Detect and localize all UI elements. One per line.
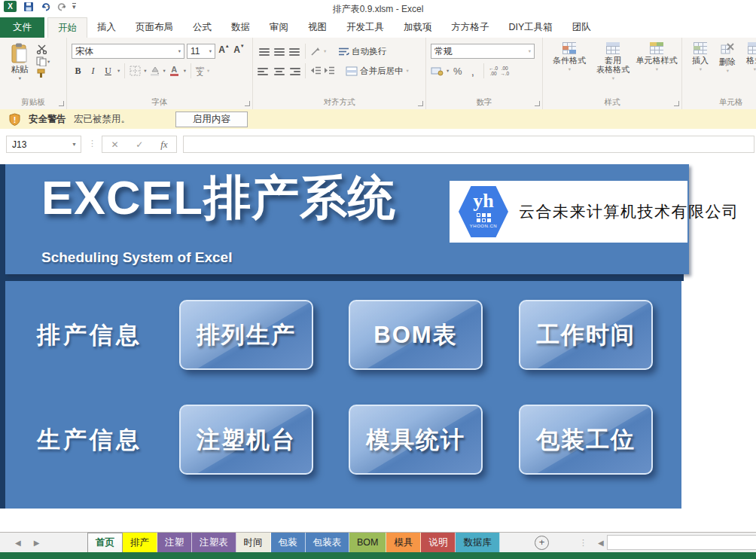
ribbon-tab-审阅[interactable]: 审阅 xyxy=(260,17,298,38)
format-cells-button[interactable]: 格式 ▾ xyxy=(741,41,756,75)
shrink-font-button[interactable]: A▼ xyxy=(233,44,245,58)
number-format-select[interactable]: 常规▾ xyxy=(431,44,535,59)
align-center-icon[interactable] xyxy=(273,66,285,75)
borders-icon[interactable] xyxy=(130,66,141,76)
name-box[interactable]: J13 ▼ xyxy=(6,136,81,153)
undo-dropdown-icon[interactable]: ▾ xyxy=(47,4,50,9)
insert-cells-button[interactable]: 插入 ▾ xyxy=(687,41,714,75)
sheet-tab-排产[interactable]: 排产 xyxy=(123,533,157,552)
font-color-icon[interactable]: A xyxy=(168,64,181,78)
grow-font-button[interactable]: A▲ xyxy=(218,44,230,58)
hscroll-track[interactable] xyxy=(607,535,756,550)
cancel-entry-icon[interactable]: ✕ xyxy=(111,139,118,150)
underline-button[interactable]: U xyxy=(102,64,114,78)
paste-button[interactable]: 粘贴 ▾ xyxy=(5,41,35,81)
cell-styles-button[interactable]: 单元格样式 ▾ xyxy=(635,41,678,83)
sheet-bar-grip[interactable]: ⋮ xyxy=(579,538,587,548)
name-box-dropdown-icon[interactable]: ▼ xyxy=(68,142,81,147)
qat-customize-icon[interactable]: ▾ xyxy=(72,3,76,10)
format-painter-icon[interactable] xyxy=(36,69,47,78)
increase-decimal-button[interactable]: ←.0 .00 xyxy=(489,66,498,76)
wrap-text-button[interactable]: 自动换行 xyxy=(352,46,386,57)
conditional-formatting-button[interactable]: 条件格式 ▾ xyxy=(547,41,591,83)
middle-align-icon[interactable] xyxy=(273,47,285,56)
ribbon-tab-方方格子[interactable]: 方方格子 xyxy=(442,17,499,38)
left-accent-strip xyxy=(0,164,5,509)
sheet-tab-注塑[interactable]: 注塑 xyxy=(157,533,192,552)
ribbon-tab-插入[interactable]: 插入 xyxy=(87,17,126,38)
sheet-tab-说明[interactable]: 说明 xyxy=(421,533,456,552)
font-name-select[interactable]: 宋体▾ xyxy=(72,44,184,59)
dashboard-button-模具统计[interactable]: 模具统计 xyxy=(349,405,483,475)
sheet-tab-数据库[interactable]: 数据库 xyxy=(456,533,500,552)
ribbon-tab-加载项[interactable]: 加载项 xyxy=(394,17,442,38)
undo-button[interactable]: ▾ xyxy=(41,2,50,11)
format-as-table-button[interactable]: 套用 表格格式 ▾ xyxy=(591,41,635,83)
increase-indent-icon[interactable] xyxy=(324,66,335,75)
font-group: 宋体▾ 11▾ A▲ A▼ B I U▾ ▾ ▾ A xyxy=(66,38,252,109)
copy-icon[interactable] xyxy=(36,57,47,66)
formula-input[interactable] xyxy=(183,136,754,153)
align-left-icon[interactable] xyxy=(258,66,270,75)
ribbon-tab-视图[interactable]: 视图 xyxy=(298,17,337,38)
phonetic-guide-icon[interactable]: wén 文 xyxy=(196,66,204,76)
alignment-dialog-launcher[interactable] xyxy=(418,101,423,106)
ribbon-tab-页面布局[interactable]: 页面布局 xyxy=(126,17,183,38)
hscroll-left-icon[interactable]: ◀ xyxy=(598,539,604,547)
horizontal-scrollbar[interactable]: ◀ xyxy=(598,533,756,552)
ribbon-tab-开始[interactable]: 开始 xyxy=(47,17,87,38)
italic-button[interactable]: I xyxy=(87,64,99,78)
confirm-entry-icon[interactable]: ✓ xyxy=(136,139,143,150)
decrease-decimal-button[interactable]: .00 →.0 xyxy=(500,66,509,76)
dashboard-button-排列生产[interactable]: 排列生产 xyxy=(179,300,313,370)
ribbon-tab-团队[interactable]: 团队 xyxy=(562,17,601,38)
bold-button[interactable]: B xyxy=(72,64,84,78)
fill-color-icon[interactable] xyxy=(149,66,160,76)
sheet-tab-包装[interactable]: 包装 xyxy=(271,533,306,552)
clipboard-dialog-launcher[interactable] xyxy=(59,101,64,106)
sheet-tab-包装表[interactable]: 包装表 xyxy=(306,533,350,552)
comma-style-button[interactable]: , xyxy=(466,64,479,78)
merge-center-button[interactable]: 合并后居中 xyxy=(360,66,404,77)
ribbon-tab-开发工具[interactable]: 开发工具 xyxy=(337,17,394,38)
ribbon-tab-数据[interactable]: 数据 xyxy=(221,17,260,38)
orientation-icon[interactable] xyxy=(310,47,321,57)
dashboard-button-注塑机台[interactable]: 注塑机台 xyxy=(179,405,313,475)
font-dialog-launcher[interactable] xyxy=(245,101,250,106)
ribbon-tab-DIY工具箱[interactable]: DIY工具箱 xyxy=(499,17,562,38)
sheet-next-icon[interactable]: ▶ xyxy=(34,539,40,547)
enable-content-button[interactable]: 启用内容 xyxy=(175,111,248,127)
align-right-icon[interactable] xyxy=(288,66,300,75)
redo-button[interactable]: ▾ xyxy=(56,2,66,11)
sheet-tab-首页[interactable]: 首页 xyxy=(87,533,123,552)
save-icon[interactable] xyxy=(23,2,34,12)
bottom-align-icon[interactable] xyxy=(288,47,300,56)
sheet-prev-icon[interactable]: ◀ xyxy=(15,539,21,547)
cut-icon[interactable] xyxy=(36,44,47,54)
accounting-format-icon[interactable] xyxy=(431,66,444,76)
dashboard-button-包装工位[interactable]: 包装工位 xyxy=(519,405,653,475)
redo-dropdown-icon[interactable]: ▾ xyxy=(63,4,66,9)
percent-style-button[interactable]: % xyxy=(451,64,464,78)
styles-dialog-launcher[interactable] xyxy=(674,101,679,106)
sheet-tab-注塑表[interactable]: 注塑表 xyxy=(192,533,236,552)
merge-center-icon[interactable] xyxy=(346,66,358,76)
sheet-tab-模具[interactable]: 模具 xyxy=(386,533,421,552)
sheet-tab-时间[interactable]: 时间 xyxy=(236,533,271,552)
paste-dropdown-icon[interactable]: ▾ xyxy=(19,75,21,81)
insert-function-icon[interactable]: fx xyxy=(160,139,167,151)
dashboard-button-BOM表[interactable]: BOM表 xyxy=(349,300,483,370)
formula-bar-grip[interactable]: ⋮ xyxy=(88,139,96,148)
cell-styles-icon xyxy=(650,42,663,54)
font-size-select[interactable]: 11▾ xyxy=(187,44,215,59)
sheet-tab-BOM[interactable]: BOM xyxy=(349,533,386,552)
top-align-icon[interactable] xyxy=(258,47,270,56)
dashboard-button-工作时间[interactable]: 工作时间 xyxy=(519,300,653,370)
delete-cells-button[interactable]: 删除 ▾ xyxy=(714,41,741,75)
ribbon-tab-公式[interactable]: 公式 xyxy=(183,17,221,38)
file-tab[interactable]: 文件 xyxy=(0,17,44,38)
number-dialog-launcher[interactable] xyxy=(535,101,540,106)
decrease-indent-icon[interactable] xyxy=(310,66,322,75)
new-sheet-button[interactable]: + xyxy=(535,536,549,550)
wrap-text-icon[interactable] xyxy=(338,47,349,57)
